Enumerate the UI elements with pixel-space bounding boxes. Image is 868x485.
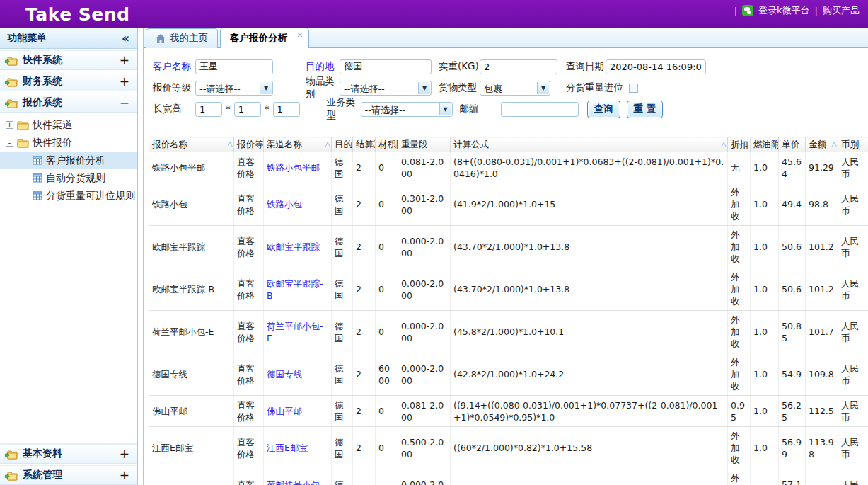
cell-channel: 铁路小包平邮 <box>264 152 332 183</box>
channel-link[interactable]: 铁路小包平邮 <box>267 162 320 173</box>
table-row[interactable]: 佛山平邮直客价格佛山平邮德国200.081-2.000((9.14+((0.08… <box>149 396 868 427</box>
sidebar-section-system-manage[interactable]: 系统管理 + <box>0 465 137 485</box>
tab-customer-quote-analysis[interactable]: 客户报价分析 × <box>220 28 309 48</box>
sort-icon[interactable]: △ <box>369 140 374 148</box>
tree-collapse-icon[interactable]: - <box>6 139 13 147</box>
buy-product-link[interactable]: 购买产品 <box>823 4 860 17</box>
cell-discount: 无 <box>728 152 751 183</box>
dropdown-arrow-icon[interactable]: ▼ <box>260 82 272 94</box>
cell-unit: 56.25 <box>779 396 806 427</box>
column-header-amount[interactable]: 金额△ <box>806 137 838 152</box>
sidebar-section-express-system[interactable]: 快件系统 + <box>0 50 137 70</box>
dropdown-arrow-icon[interactable]: ▼ <box>418 82 430 94</box>
channel-link[interactable]: 铁路小包 <box>267 199 302 210</box>
length-input[interactable] <box>195 102 222 117</box>
channel-link[interactable]: 德国专线 <box>267 369 302 380</box>
cell-settle: 2 <box>353 427 376 469</box>
column-header-grade[interactable]: 报价等级△ <box>234 137 264 152</box>
customer-name-input[interactable] <box>195 59 273 74</box>
table-row[interactable]: 荷兰平邮小包-E直客价格荷兰平邮小包-E德国200.000-2.000(45.8… <box>149 311 868 353</box>
table-row[interactable]: 欧邮宝半跟踪-B直客价格欧邮宝半跟踪-B德国200.000-2.000(43.7… <box>149 268 868 311</box>
table-row[interactable]: 荷邮挂号小包-E直客价格荷邮挂号小包-E德国200.000-2.000(46.7… <box>149 469 868 485</box>
tree-leaf-customer-quote-analysis[interactable]: 客户报价分析 <box>0 152 137 169</box>
cell-weight: 0.000-2.000 <box>398 311 451 353</box>
channel-link[interactable]: 荷兰平邮小包-E <box>267 321 323 343</box>
cell-unit: 50.85 <box>779 311 806 353</box>
cell-amount: 101.2 <box>806 268 838 311</box>
cell-formula: (41.9*2/1.000)*1.0+15 <box>451 183 728 226</box>
sort-icon[interactable]: △ <box>743 140 749 148</box>
close-tab-icon[interactable]: × <box>296 30 303 40</box>
cell-volume: 0 <box>376 469 398 485</box>
tree-node-express-quote[interactable]: - 快件报价 <box>0 134 137 152</box>
column-header-formula[interactable]: 计算公式△ <box>451 137 728 152</box>
home-icon <box>156 34 166 43</box>
item-category-select[interactable]: --请选择-- ▼ <box>340 81 432 96</box>
dropdown-arrow-icon[interactable]: ▼ <box>537 82 549 94</box>
business-type-select[interactable]: --请选择-- ▼ <box>361 102 453 117</box>
table-row[interactable]: 德国专线直客价格德国专线德国260000.000-2.000(42.8*2/1.… <box>149 353 868 396</box>
column-header-name[interactable]: 报价名称△ <box>149 137 234 152</box>
quote-grade-select[interactable]: --请选择-- ▼ <box>195 81 273 96</box>
sort-icon[interactable]: △ <box>721 140 727 148</box>
column-header-channel[interactable]: 渠道名称△ <box>264 137 332 152</box>
column-header-fuel[interactable]: 燃油附加△ <box>751 137 779 152</box>
login-kwei-link[interactable]: 登录k微平台 <box>758 4 810 17</box>
column-header-unit[interactable]: 单价 <box>779 137 806 152</box>
cell-settle: 2 <box>353 183 376 226</box>
column-header-volume[interactable]: 材积除△ <box>376 137 398 152</box>
column-header-discount[interactable]: 折扣△ <box>728 137 751 152</box>
cell-volume: 0 <box>376 226 398 268</box>
tree-expand-icon[interactable]: + <box>6 121 13 129</box>
sidebar-splitter[interactable] <box>138 28 143 485</box>
column-header-currency[interactable]: 币别△ <box>838 137 862 152</box>
channel-link[interactable]: 荷邮挂号小包-E <box>267 479 323 485</box>
channel-link[interactable]: 佛山平邮 <box>267 406 302 416</box>
sort-icon[interactable]: △ <box>325 140 330 148</box>
channel-link[interactable]: 欧邮宝半跟踪-B <box>267 278 323 301</box>
channel-link[interactable]: 江西E邮宝 <box>267 443 308 453</box>
column-header-weight[interactable]: 重量段 <box>398 137 451 152</box>
table-row[interactable]: 铁路小包直客价格铁路小包德国200.301-2.000(41.9*2/1.000… <box>149 183 868 226</box>
expand-plus-icon[interactable]: + <box>120 55 129 67</box>
table-row[interactable]: 铁路小包平邮直客价格铁路小包平邮德国200.081-2.000(8+((0.08… <box>149 152 868 183</box>
sort-icon[interactable]: △ <box>831 140 837 148</box>
sort-icon[interactable]: △ <box>346 140 352 148</box>
sort-icon[interactable]: △ <box>227 140 233 148</box>
table-row[interactable]: 江西E邮宝直客价格江西E邮宝德国200.500-2.000((60*2/1.00… <box>149 427 868 469</box>
width-input[interactable] <box>234 102 261 117</box>
collapse-sidebar-icon[interactable]: « <box>122 31 129 45</box>
reset-button[interactable]: 重 置 <box>627 101 664 118</box>
expand-plus-icon[interactable]: + <box>120 76 129 88</box>
zip-code-input[interactable] <box>501 102 579 117</box>
tree-leaf-split-weight-carry-rule[interactable]: 分货重量可进位规则 <box>0 187 137 205</box>
sort-icon[interactable]: △ <box>391 140 397 148</box>
search-button[interactable]: 查询 <box>587 101 620 118</box>
channel-link[interactable]: 欧邮宝半跟踪 <box>267 241 320 252</box>
tree-leaf-auto-split-rule[interactable]: 自动分货规则 <box>0 169 137 187</box>
query-date-input[interactable] <box>606 59 706 74</box>
tab-my-home[interactable]: 我的主页 <box>146 28 218 48</box>
cell-dest: 德国 <box>332 183 353 226</box>
sidebar-section-basic-data[interactable]: 基本资料 + <box>0 444 137 464</box>
collapse-minus-icon[interactable]: − <box>120 97 129 109</box>
split-weight-carry-checkbox[interactable] <box>629 84 638 93</box>
column-header-dest[interactable]: 目的地△ <box>332 137 353 152</box>
height-input[interactable] <box>273 102 300 117</box>
sort-icon[interactable]: △ <box>257 140 262 148</box>
tree-node-express-channel[interactable]: + 快件渠道 <box>0 116 137 134</box>
cell-channel: 佛山平邮 <box>264 396 332 427</box>
sidebar-section-finance-system[interactable]: 财务系统 + <box>0 72 137 91</box>
table-row[interactable]: 欧邮宝半跟踪直客价格欧邮宝半跟踪德国200.000-2.000(43.70*2/… <box>149 226 868 268</box>
sidebar-section-quote-system[interactable]: 报价系统 − <box>0 93 137 113</box>
sort-icon[interactable]: △ <box>855 140 861 148</box>
cargo-type-select[interactable]: 包裹 ▼ <box>480 81 550 96</box>
dropdown-arrow-icon[interactable]: ▼ <box>439 103 451 115</box>
expand-plus-icon[interactable]: + <box>120 469 129 481</box>
column-header-settle[interactable]: 结算重量△ <box>353 137 376 152</box>
actual-weight-input[interactable] <box>480 59 557 74</box>
sort-icon[interactable]: △ <box>772 140 777 148</box>
expand-plus-icon[interactable]: + <box>120 448 129 460</box>
customer-name-label: 客户名称 <box>153 60 195 73</box>
destination-input[interactable] <box>340 59 432 74</box>
